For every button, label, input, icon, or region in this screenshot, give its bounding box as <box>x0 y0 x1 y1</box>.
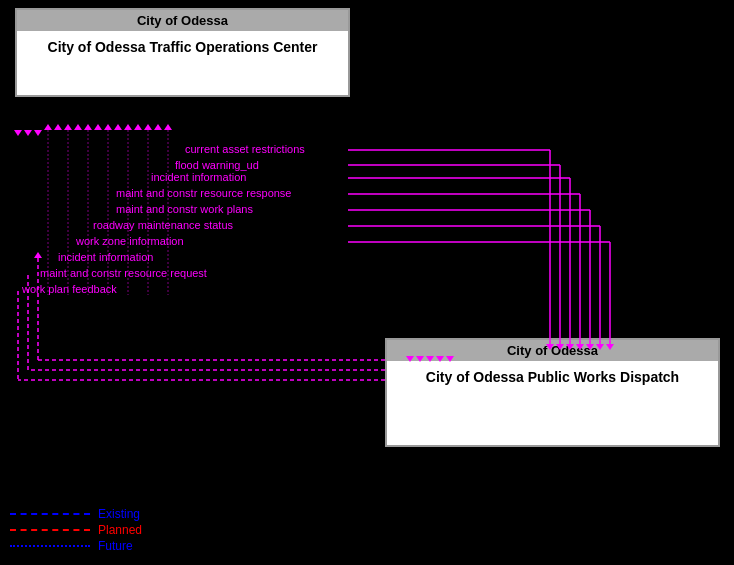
label-maint-work-plans: maint and constr work plans <box>116 203 253 215</box>
svg-marker-42 <box>154 124 162 130</box>
svg-marker-23 <box>34 252 42 258</box>
diagram-container: City of Odessa City of Odessa Traffic Op… <box>0 0 734 565</box>
svg-marker-40 <box>134 124 142 130</box>
svg-marker-37 <box>104 124 112 130</box>
legend-existing-label: Existing <box>98 507 140 521</box>
svg-marker-8 <box>566 344 574 350</box>
label-incident-info-bottom: incident information <box>58 251 153 263</box>
svg-marker-33 <box>64 124 72 130</box>
svg-marker-38 <box>114 124 122 130</box>
svg-marker-45 <box>416 356 424 362</box>
svg-marker-17 <box>596 344 604 350</box>
svg-marker-44 <box>406 356 414 362</box>
svg-marker-5 <box>556 344 564 350</box>
legend-planned-line <box>10 529 90 531</box>
svg-marker-34 <box>74 124 82 130</box>
svg-marker-46 <box>426 356 434 362</box>
svg-marker-36 <box>94 124 102 130</box>
svg-marker-43 <box>164 124 172 130</box>
svg-marker-11 <box>576 344 584 350</box>
svg-marker-47 <box>436 356 444 362</box>
label-maint-resource-request: maint and constr resource request <box>40 267 207 279</box>
svg-marker-48 <box>446 356 454 362</box>
legend-existing-line <box>10 513 90 515</box>
legend-future-label: Future <box>98 539 133 553</box>
legend-future-line <box>10 545 90 547</box>
svg-marker-14 <box>586 344 594 350</box>
label-work-plan-feedback: work plan feedback <box>22 283 117 295</box>
svg-marker-39 <box>124 124 132 130</box>
svg-marker-30 <box>14 130 22 136</box>
svg-marker-35 <box>84 124 92 130</box>
legend: Existing Planned Future <box>10 507 142 555</box>
label-incident-info-top: incident information <box>151 171 246 183</box>
legend-existing: Existing <box>10 507 142 521</box>
label-flood-warning: flood warning_ud <box>175 159 259 171</box>
svg-marker-27 <box>24 130 32 136</box>
svg-marker-41 <box>144 124 152 130</box>
label-work-zone-info: work zone information <box>76 235 184 247</box>
label-roadway-maintenance: roadway maintenance status <box>93 219 233 231</box>
svg-marker-2 <box>546 344 554 350</box>
svg-marker-31 <box>44 124 52 130</box>
legend-planned: Planned <box>10 523 142 537</box>
svg-marker-20 <box>606 344 614 350</box>
svg-marker-24 <box>34 130 42 136</box>
label-current-asset-restrictions: current asset restrictions <box>185 143 305 155</box>
svg-marker-32 <box>54 124 62 130</box>
legend-planned-label: Planned <box>98 523 142 537</box>
legend-future: Future <box>10 539 142 553</box>
label-maint-resource-response: maint and constr resource response <box>116 187 291 199</box>
